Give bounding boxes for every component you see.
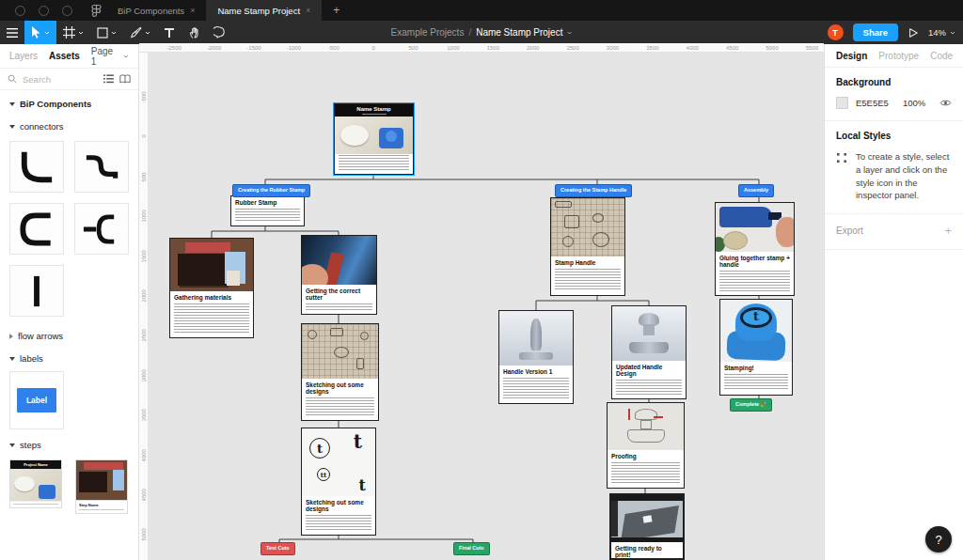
comment-tool-button[interactable] xyxy=(207,21,232,44)
new-tab-button[interactable]: + xyxy=(322,0,351,21)
breadcrumb-project-link[interactable]: Example Projects xyxy=(391,27,465,38)
section-steps[interactable]: steps xyxy=(0,431,138,454)
window-close-button[interactable] xyxy=(15,6,25,16)
section-bip-components[interactable]: BiP Components xyxy=(0,90,138,113)
card-handle-version-1[interactable]: Handle Version 1 xyxy=(498,310,574,404)
shape-tool-button[interactable] xyxy=(90,21,123,44)
component-connector-fork[interactable] xyxy=(74,203,129,255)
card-name-stamp[interactable]: Name Stamp xyxy=(334,103,414,175)
collapse-triangle-icon xyxy=(9,125,15,129)
tab-code[interactable]: Code xyxy=(930,51,953,61)
component-project-card[interactable]: Project Name xyxy=(9,459,62,508)
component-label[interactable]: Label xyxy=(9,371,64,429)
frame-tool-button[interactable] xyxy=(56,21,90,44)
list-view-icon[interactable] xyxy=(103,74,114,84)
chevron-down-icon xyxy=(44,31,50,35)
file-tab-name-stamp-project[interactable]: Name Stamp Project × xyxy=(206,0,322,21)
section-flow-arrows[interactable]: flow arrows xyxy=(0,322,138,345)
section-label: labels xyxy=(20,353,43,364)
library-book-icon[interactable] xyxy=(119,74,131,84)
hand-tool-button[interactable] xyxy=(182,21,207,44)
card-sketching-designs-2[interactable]: t tt t t Sketching out some designs xyxy=(301,428,376,536)
tab-prototype[interactable]: Prototype xyxy=(878,51,919,61)
card-rubber-stamp[interactable]: Rubber Stamp xyxy=(230,195,305,226)
component-connector-vertical-line[interactable] xyxy=(9,265,64,317)
component-connector-s-curve[interactable] xyxy=(74,141,129,193)
flow-label-test-cuts[interactable]: Test Cuts xyxy=(260,542,295,555)
canvas[interactable]: Name Stamp Rubber Stamp Gathering materi… xyxy=(139,43,824,560)
chevron-down-icon xyxy=(111,31,117,35)
breadcrumb-separator: / xyxy=(468,27,471,38)
style-dots-icon xyxy=(836,152,847,163)
text-icon xyxy=(164,27,175,39)
card-body-text xyxy=(306,303,372,310)
text-tool-button[interactable] xyxy=(157,21,182,44)
background-hex-value[interactable]: E5E5E5 xyxy=(856,98,895,108)
background-heading: Background xyxy=(836,77,952,87)
card-title: Stamping! xyxy=(724,365,788,371)
card-title: Stamp Handle xyxy=(555,259,621,266)
card-gathering-materials[interactable]: Gathering materials xyxy=(169,238,254,338)
window-zoom-button[interactable] xyxy=(62,6,72,16)
flow-label-creating-the-rubber-stamp[interactable]: Creating the Rubber Stamp xyxy=(232,184,310,197)
section-labels[interactable]: labels xyxy=(0,345,138,367)
section-connectors[interactable]: connectors xyxy=(0,113,138,135)
user-avatar[interactable]: T xyxy=(828,24,844,40)
page-selector[interactable]: Page 1 xyxy=(91,46,129,67)
card-subtitle-line xyxy=(362,114,387,115)
card-body-text xyxy=(174,303,249,334)
flow-label-complete[interactable]: Complete 🎉 xyxy=(730,398,772,412)
step-card-title: Step Name xyxy=(79,503,124,507)
export-section: Export + xyxy=(825,214,963,250)
collapse-triangle-icon xyxy=(9,357,15,361)
background-opacity-value[interactable]: 100% xyxy=(903,98,932,108)
card-proofing[interactable]: Proofing xyxy=(607,402,685,489)
background-color-swatch[interactable] xyxy=(836,97,848,109)
figma-logo-icon xyxy=(86,0,106,21)
tab-design[interactable]: Design xyxy=(836,51,867,61)
present-play-icon[interactable] xyxy=(908,27,919,39)
horizontal-ruler: -2500-2000-1500-1000-5000500100015002000… xyxy=(139,43,824,53)
collapse-triangle-icon xyxy=(9,443,15,447)
eye-visibility-icon[interactable] xyxy=(939,99,952,107)
label-chip: Label xyxy=(17,388,56,412)
card-gluing-together-stamp-handle[interactable]: Gluing together stamp + handle xyxy=(715,202,795,296)
add-export-button[interactable]: + xyxy=(944,224,952,238)
close-tab-icon[interactable]: × xyxy=(306,6,310,15)
breadcrumb-file-menu[interactable]: Name Stamp Project xyxy=(476,27,572,38)
main-menu-button[interactable] xyxy=(0,21,24,44)
card-photo: t tt t t xyxy=(302,428,375,496)
flow-label-assembly[interactable]: Assembly xyxy=(738,184,774,197)
zoom-value: 14% xyxy=(928,27,946,38)
card-body-text xyxy=(616,380,682,395)
left-sidebar: Layers Assets Page 1 BiP Components conn… xyxy=(0,44,139,560)
zoom-level-dropdown[interactable]: 14% xyxy=(928,27,955,38)
card-getting-the-correct-cutter[interactable]: Getting the correct cutter xyxy=(301,235,377,315)
share-button[interactable]: Share xyxy=(853,23,898,41)
flow-label-creating-the-stamp-handle[interactable]: Creating the Stamp Handle xyxy=(555,184,632,197)
comment-bubble-icon xyxy=(213,26,226,39)
pen-tool-button[interactable] xyxy=(123,21,157,44)
component-step-card[interactable]: Step Name xyxy=(75,459,128,514)
search-input[interactable] xyxy=(23,74,98,85)
card-sketching-designs-1[interactable]: Sketching out some designs xyxy=(301,323,379,421)
help-button[interactable]: ? xyxy=(925,526,952,552)
file-tab-bip-components[interactable]: BiP Components × xyxy=(106,0,206,21)
card-stamp-handle[interactable]: Stamp Handle xyxy=(550,197,625,296)
card-getting-ready-to-print[interactable]: Getting ready to print! xyxy=(609,493,685,560)
tab-assets[interactable]: Assets xyxy=(49,51,80,61)
chevron-down-icon xyxy=(78,31,84,35)
card-title: Updated Handle Design xyxy=(616,364,682,377)
component-connector-corner[interactable] xyxy=(9,141,64,193)
tab-layers[interactable]: Layers xyxy=(9,51,38,61)
card-photo: t xyxy=(720,300,792,362)
move-tool-button[interactable] xyxy=(24,21,56,44)
chevron-down-icon xyxy=(566,31,572,35)
window-minimize-button[interactable] xyxy=(39,6,49,16)
card-updated-handle-design[interactable]: Updated Handle Design xyxy=(611,305,687,399)
component-connector-c-bracket[interactable] xyxy=(9,203,64,255)
card-stamping[interactable]: t Stamping! xyxy=(719,299,793,396)
flow-label-final-cuts[interactable]: Final Cuts xyxy=(453,542,490,555)
close-tab-icon[interactable]: × xyxy=(190,6,195,15)
card-photo xyxy=(499,311,573,366)
